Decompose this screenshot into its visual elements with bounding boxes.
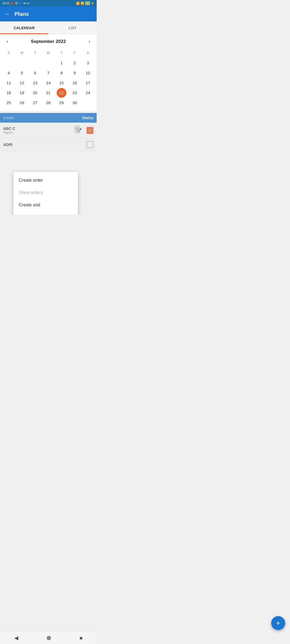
cal-day-15[interactable]: 15 [55, 78, 68, 88]
customer-sub-1: Napon [3, 131, 74, 134]
status-bar-right: 📶 🛜 98 ⚡ [76, 1, 95, 5]
wifi-icon: 🛜 [81, 2, 84, 5]
cal-day-21[interactable]: 21 [42, 88, 55, 98]
day-header-w: W [42, 50, 55, 56]
signal-icon: 📶 [76, 2, 80, 5]
cal-day-3[interactable]: 3 [81, 58, 95, 68]
invoice-icon: $ [74, 125, 82, 136]
day-header-t1: T [28, 50, 42, 56]
status-bar-left: 18:52 🔕 ⓟ 🔵 ✉ ••• [2, 1, 30, 5]
cal-day-12[interactable]: 12 [15, 78, 28, 88]
day-header-m: M [15, 50, 28, 56]
menu-show-orders: Show orders [13, 186, 78, 199]
cal-cell-empty-end [81, 98, 95, 108]
status-checkbox-checked-1[interactable]: ✓ [86, 127, 93, 134]
table-section: Custo Status ABC C Napon $ ✓ [0, 113, 97, 151]
table-header: Custo Status [0, 113, 97, 123]
notification-icons: 🔕 ⓟ 🔵 ✉ ••• [10, 1, 30, 5]
battery: 98 [85, 1, 90, 5]
table-row: ABC C Napon $ ✓ [0, 123, 97, 138]
cal-day-30[interactable]: 30 [68, 98, 81, 108]
menu-create-order[interactable]: Create order [13, 174, 78, 186]
cal-cell-empty-4 [42, 58, 55, 68]
cal-cell-empty-3 [28, 58, 42, 68]
cal-day-18[interactable]: 18 [2, 88, 15, 98]
time: 18:52 [2, 2, 10, 5]
menu-create-visit[interactable]: Create visit [13, 199, 78, 211]
cal-day-16[interactable]: 16 [68, 78, 81, 88]
cal-day-14[interactable]: 14 [42, 78, 55, 88]
day-header-f: F [68, 50, 81, 56]
calendar-grid: 1 2 3 4 5 6 7 8 9 10 11 12 13 14 15 16 1… [2, 58, 95, 108]
row-customer-1: ABC C Napon [3, 126, 74, 134]
cal-cell-empty-2 [15, 58, 28, 68]
cal-day-23[interactable]: 23 [68, 88, 81, 98]
cal-day-6[interactable]: 6 [28, 68, 42, 78]
back-button[interactable]: ← [4, 10, 10, 17]
cal-day-19[interactable]: 19 [15, 88, 28, 98]
cal-cell-empty-1 [2, 58, 15, 68]
day-header-t2: T [55, 50, 68, 56]
cal-day-29[interactable]: 29 [55, 98, 68, 108]
context-menu: Create order Show orders Create visit Sh… [13, 172, 78, 215]
row-customer-2: ADRI [3, 142, 86, 147]
cal-day-17[interactable]: 17 [81, 78, 95, 88]
cal-day-9[interactable]: 9 [68, 68, 81, 78]
cal-day-22-today[interactable]: 22 [57, 88, 66, 98]
cal-day-2[interactable]: 2 [68, 58, 81, 68]
cal-day-28[interactable]: 28 [42, 98, 55, 108]
next-month-button[interactable]: › [86, 38, 92, 45]
tabs: CALENDAR LIST [0, 21, 97, 34]
cal-day-25[interactable]: 25 [2, 98, 15, 108]
cal-day-11[interactable]: 11 [2, 78, 15, 88]
day-header-s1: S [2, 50, 15, 56]
status-checkbox-unchecked-2[interactable] [86, 141, 93, 148]
charging-icon: ⚡ [91, 2, 95, 5]
cal-day-20[interactable]: 20 [28, 88, 42, 98]
cal-day-1[interactable]: 1 [55, 58, 68, 68]
tab-list[interactable]: LIST [48, 21, 97, 34]
day-header-s2: S [81, 50, 95, 56]
row-status-1: $ ✓ [74, 125, 93, 136]
cal-day-10[interactable]: 10 [81, 68, 95, 78]
page-title: Plans [15, 11, 29, 17]
cal-day-7[interactable]: 7 [42, 68, 55, 78]
svg-point-6 [80, 128, 81, 130]
menu-show-edit-visit: Show/Edit visit [13, 211, 78, 215]
cal-day-4[interactable]: 4 [2, 68, 15, 78]
customer-name-1: ABC C [3, 126, 74, 131]
header-customer: Custo [3, 116, 82, 120]
status-bar: 18:52 🔕 ⓟ 🔵 ✉ ••• 📶 🛜 98 ⚡ [0, 0, 97, 6]
cal-day-24[interactable]: 24 [81, 88, 95, 98]
tab-calendar[interactable]: CALENDAR [0, 21, 48, 34]
table-row-2: ADRI [0, 138, 97, 151]
day-headers: S M T W T F S [2, 50, 95, 56]
customer-name-2: ADRI [3, 142, 86, 147]
cal-day-27[interactable]: 27 [28, 98, 42, 108]
calendar-month-year: September 2022 [31, 39, 66, 44]
row-status-2 [86, 141, 93, 148]
prev-month-button[interactable]: ‹ [4, 38, 10, 45]
app-bar: ← Plans [0, 6, 97, 21]
cal-day-26[interactable]: 26 [15, 98, 28, 108]
calendar-header: ‹ September 2022 › [2, 38, 95, 45]
calendar-section: ‹ September 2022 › S M T W T F S 1 2 3 4… [0, 34, 97, 111]
cal-day-8[interactable]: 8 [55, 68, 68, 78]
cal-day-5[interactable]: 5 [15, 68, 28, 78]
header-status: Status [82, 116, 93, 120]
cal-day-13[interactable]: 13 [28, 78, 42, 88]
